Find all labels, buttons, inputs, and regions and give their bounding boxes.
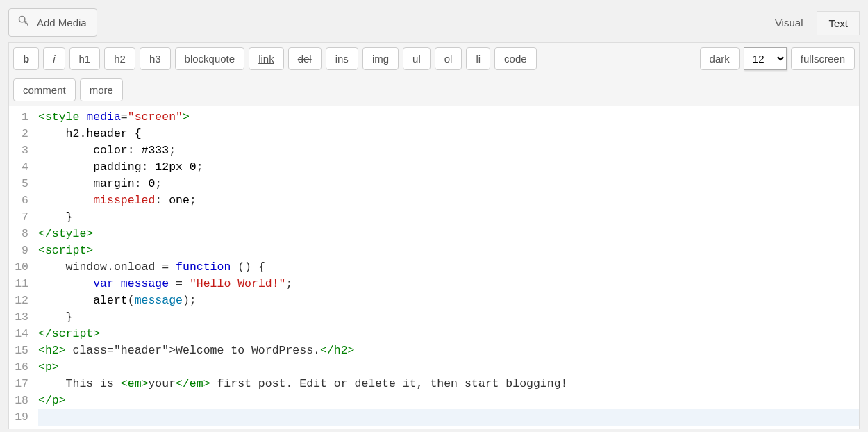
code-line[interactable]: <p> bbox=[38, 359, 859, 376]
line-number: 13 bbox=[9, 309, 28, 326]
btn-ul[interactable]: ul bbox=[403, 47, 431, 70]
btn-li[interactable]: li bbox=[466, 47, 490, 70]
line-number: 15 bbox=[9, 342, 28, 359]
line-number: 9 bbox=[9, 242, 28, 259]
btn-link[interactable]: link bbox=[249, 47, 284, 70]
font-size-select[interactable]: 12 bbox=[744, 47, 787, 70]
top-row: Add Media Visual Text bbox=[8, 8, 860, 37]
btn-comment[interactable]: comment bbox=[13, 78, 76, 101]
line-number: 16 bbox=[9, 359, 28, 376]
btn-fullscreen[interactable]: fullscreen bbox=[791, 47, 855, 70]
btn-more[interactable]: more bbox=[80, 78, 123, 101]
media-icon bbox=[17, 15, 31, 31]
code-line[interactable]: h2.header { bbox=[38, 126, 859, 142]
btn-ol[interactable]: ol bbox=[435, 47, 462, 70]
code-line[interactable]: margin: 0; bbox=[38, 176, 859, 192]
code-line[interactable]: } bbox=[38, 209, 859, 226]
btn-h1[interactable]: h1 bbox=[69, 47, 101, 70]
svg-point-0 bbox=[19, 17, 25, 22]
tab-text[interactable]: Text bbox=[817, 11, 860, 35]
btn-italic[interactable]: i bbox=[43, 47, 65, 70]
line-number: 8 bbox=[9, 226, 28, 242]
code-line[interactable]: misspeled: one; bbox=[38, 192, 859, 209]
code-line[interactable]: </style> bbox=[38, 226, 859, 242]
code-line[interactable]: window.onload = function () { bbox=[38, 259, 859, 276]
gutter: 12345678910111213141516171819 bbox=[9, 106, 34, 429]
line-number: 18 bbox=[9, 392, 28, 409]
code-line[interactable] bbox=[38, 409, 859, 426]
line-number: 2 bbox=[9, 126, 28, 142]
btn-h2[interactable]: h2 bbox=[104, 47, 135, 70]
line-number: 10 bbox=[9, 259, 28, 276]
line-number: 11 bbox=[9, 276, 28, 292]
editor-tabs: Visual Text bbox=[764, 11, 860, 35]
btn-blockquote[interactable]: blockquote bbox=[175, 47, 245, 70]
add-media-button[interactable]: Add Media bbox=[8, 8, 97, 37]
code-line[interactable]: color: #333; bbox=[38, 142, 859, 159]
code-line[interactable]: This is <em>your</em> first post. Edit o… bbox=[38, 376, 859, 392]
line-number: 1 bbox=[9, 109, 28, 126]
btn-h3[interactable]: h3 bbox=[140, 47, 171, 70]
code-area[interactable]: <style media="screen"> h2.header { color… bbox=[34, 106, 859, 429]
line-number: 4 bbox=[9, 159, 28, 176]
code-line[interactable]: alert(message); bbox=[38, 292, 859, 309]
btn-dark[interactable]: dark bbox=[700, 47, 740, 70]
btn-bold[interactable]: b bbox=[13, 47, 39, 70]
line-number: 5 bbox=[9, 176, 28, 192]
line-number: 12 bbox=[9, 292, 28, 309]
line-number: 7 bbox=[9, 209, 28, 226]
code-line[interactable]: </p> bbox=[38, 392, 859, 409]
line-number: 17 bbox=[9, 376, 28, 392]
line-number: 6 bbox=[9, 192, 28, 209]
code-line[interactable]: </script> bbox=[38, 326, 859, 342]
toolbar: b i h1 h2 h3 blockquote link del ins img… bbox=[8, 42, 860, 106]
tab-visual[interactable]: Visual bbox=[764, 11, 815, 35]
btn-ins[interactable]: ins bbox=[326, 47, 358, 70]
line-number: 3 bbox=[9, 142, 28, 159]
btn-img[interactable]: img bbox=[362, 47, 399, 70]
code-line[interactable]: } bbox=[38, 309, 859, 326]
line-number: 14 bbox=[9, 326, 28, 342]
code-line[interactable]: <style media="screen"> bbox=[38, 109, 859, 126]
line-number: 19 bbox=[9, 409, 28, 426]
btn-code[interactable]: code bbox=[494, 47, 537, 70]
code-line[interactable]: padding: 12px 0; bbox=[38, 159, 859, 176]
btn-del[interactable]: del bbox=[288, 47, 322, 70]
code-line[interactable]: <h2> class="header">Welcome to WordPress… bbox=[38, 342, 859, 359]
add-media-label: Add Media bbox=[37, 17, 87, 28]
code-editor[interactable]: 12345678910111213141516171819 <style med… bbox=[8, 106, 860, 429]
code-line[interactable]: var message = "Hello World!"; bbox=[38, 276, 859, 292]
code-line[interactable]: <script> bbox=[38, 242, 859, 259]
